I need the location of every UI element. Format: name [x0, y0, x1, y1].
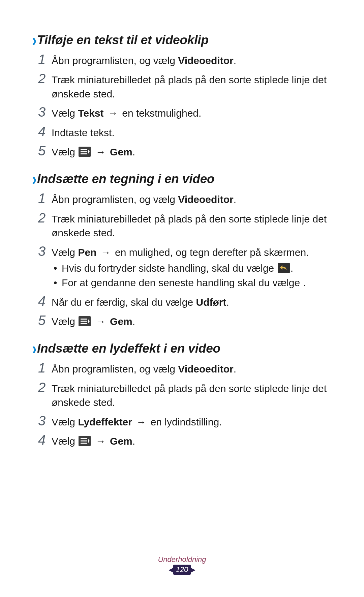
menu-icon [79, 436, 91, 446]
step-item: 5Vælg → Gem. [32, 312, 332, 328]
svg-rect-12 [81, 443, 87, 444]
section-title: Indsætte en lydeffekt i en video [37, 341, 220, 356]
step-text: Vælg Pen → en mulighed, og tegn derefter… [52, 243, 309, 290]
svg-rect-10 [81, 438, 87, 439]
step-text: Når du er færdig, skal du vælge Udført. [52, 293, 229, 309]
step-list: 1Åbn programlisten, og vælg Videoeditor.… [32, 360, 332, 448]
step-list: 1Åbn programlisten, og vælg Videoeditor.… [32, 52, 332, 159]
sub-bullet: Hvis du fortryder sidste handling, skal … [52, 261, 309, 275]
step-number: 3 [32, 104, 52, 119]
footer-category: Underholdning [0, 555, 364, 564]
step-text: Træk miniaturebilledet på plads på den s… [52, 380, 332, 410]
menu-icon [79, 316, 91, 326]
page-number: 120 [173, 565, 191, 575]
step-item: 3Vælg Pen → en mulighed, og tegn derefte… [32, 243, 332, 290]
section-title: Tilføje en tekst til et videoklip [37, 33, 209, 47]
step-item: 5Vælg → Gem. [32, 143, 332, 159]
step-number: 5 [32, 312, 52, 327]
step-text: Indtaste tekst. [52, 124, 115, 140]
step-number: 1 [32, 52, 52, 66]
step-number: 4 [32, 124, 52, 139]
step-number: 3 [32, 243, 52, 258]
step-text: Åbn programlisten, og vælg Videoeditor. [52, 52, 236, 67]
step-item: 1Åbn programlisten, og vælg Videoeditor. [32, 190, 332, 206]
svg-rect-8 [81, 323, 87, 324]
section-heading: › Indsætte en tegning i en video [32, 171, 332, 187]
step-number: 5 [32, 143, 52, 158]
step-number: 1 [32, 360, 52, 375]
document-page: › Tilføje en tekst til et videoklip1Åbn … [0, 0, 364, 448]
step-item: 2Træk miniaturebilledet på plads på den … [32, 380, 332, 410]
step-item: 4Vælg → Gem. [32, 432, 332, 448]
step-item: 3Vælg Tekst → en tekstmulighed. [32, 104, 332, 120]
step-number: 1 [32, 190, 52, 205]
step-item: 1Åbn programlisten, og vælg Videoeditor. [32, 52, 332, 67]
step-text: Vælg → Gem. [52, 432, 135, 448]
undo-icon [278, 263, 290, 273]
svg-rect-3 [81, 153, 87, 154]
section-title: Indsætte en tegning i en video [37, 172, 214, 186]
step-text: Vælg → Gem. [52, 143, 135, 159]
step-text: Vælg Lydeffekter → en lydindstilling. [52, 413, 222, 429]
step-item: 2Træk miniaturebilledet på plads på den … [32, 71, 332, 101]
section-heading: › Indsætte en lydeffekt i en video [32, 340, 332, 357]
chevron-icon: › [32, 169, 35, 189]
step-text: Vælg Tekst → en tekstmulighed. [52, 104, 201, 120]
step-text: Træk miniaturebilledet på plads på den s… [52, 210, 332, 240]
sub-bullet: For at gendanne den seneste handling ska… [52, 276, 309, 290]
step-text: Træk miniaturebilledet på plads på den s… [52, 71, 332, 101]
step-text: Åbn programlisten, og vælg Videoeditor. [52, 360, 236, 376]
step-number: 4 [32, 293, 52, 308]
step-text: Vælg → Gem. [52, 312, 135, 328]
step-number: 2 [32, 210, 52, 225]
section-heading: › Tilføje en tekst til et videoklip [32, 32, 332, 48]
step-text: Åbn programlisten, og vælg Videoeditor. [52, 190, 236, 206]
step-item: 3Vælg Lydeffekter → en lydindstilling. [32, 413, 332, 429]
step-number: 2 [32, 380, 52, 394]
svg-rect-2 [81, 151, 87, 152]
step-item: 2Træk miniaturebilledet på plads på den … [32, 210, 332, 240]
svg-rect-11 [81, 441, 87, 442]
chevron-icon: › [32, 30, 35, 50]
svg-rect-7 [81, 321, 87, 322]
chevron-icon: › [32, 338, 35, 359]
sub-bullet-list: Hvis du fortryder sidste handling, skal … [52, 261, 309, 290]
menu-icon [79, 147, 91, 157]
step-number: 2 [32, 71, 52, 86]
svg-rect-6 [81, 319, 87, 320]
page-footer: Underholdning 120 [0, 555, 364, 575]
step-item: 4Når du er færdig, skal du vælge Udført. [32, 293, 332, 309]
step-number: 4 [32, 432, 52, 447]
step-number: 3 [32, 413, 52, 428]
step-item: 1Åbn programlisten, og vælg Videoeditor. [32, 360, 332, 376]
svg-rect-1 [81, 149, 87, 150]
step-item: 4Indtaste tekst. [32, 124, 332, 140]
step-list: 1Åbn programlisten, og vælg Videoeditor.… [32, 190, 332, 328]
